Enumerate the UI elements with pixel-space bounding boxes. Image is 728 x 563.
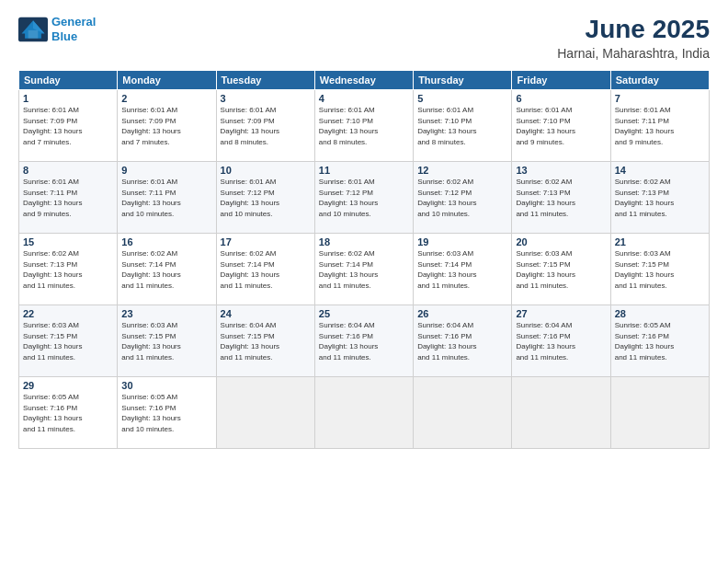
day-number: 15 [23,236,113,247]
day-info: Sunrise: 6:01 AM Sunset: 7:12 PM Dayligh… [221,177,311,219]
calendar-cell: 8Sunrise: 6:01 AM Sunset: 7:11 PM Daylig… [19,162,118,234]
weekday-header-tuesday: Tuesday [216,71,314,90]
calendar-week-1: 1Sunrise: 6:01 AM Sunset: 7:09 PM Daylig… [19,90,710,162]
header: General Blue June 2025 Harnai, Maharasht… [18,15,710,61]
logo: General Blue [18,15,96,43]
day-info: Sunrise: 6:01 AM Sunset: 7:10 PM Dayligh… [319,105,409,147]
day-info: Sunrise: 6:03 AM Sunset: 7:15 PM Dayligh… [615,248,705,291]
calendar-cell: 17Sunrise: 6:02 AM Sunset: 7:14 PM Dayli… [216,234,314,305]
day-info: Sunrise: 6:01 AM Sunset: 7:11 PM Dayligh… [615,105,705,147]
day-number: 21 [615,236,705,247]
day-number: 29 [23,380,113,391]
day-info: Sunrise: 6:01 AM Sunset: 7:09 PM Dayligh… [23,105,113,147]
logo-general: General [51,15,96,29]
calendar-cell [414,377,512,449]
day-info: Sunrise: 6:02 AM Sunset: 7:14 PM Dayligh… [121,248,211,291]
logo-icon [18,17,48,42]
day-number: 28 [615,308,705,319]
calendar-cell: 12Sunrise: 6:02 AM Sunset: 7:12 PM Dayli… [414,162,512,234]
day-info: Sunrise: 6:04 AM Sunset: 7:16 PM Dayligh… [417,320,507,362]
day-info: Sunrise: 6:02 AM Sunset: 7:13 PM Dayligh… [516,177,606,219]
day-number: 14 [615,165,705,176]
day-number: 30 [121,380,211,391]
calendar-header: SundayMondayTuesdayWednesdayThursdayFrid… [19,71,710,90]
weekday-header-friday: Friday [512,71,610,90]
calendar-cell: 26Sunrise: 6:04 AM Sunset: 7:16 PM Dayli… [414,305,512,377]
day-number: 2 [121,93,211,104]
calendar-cell: 6Sunrise: 6:01 AM Sunset: 7:10 PM Daylig… [512,90,610,162]
weekday-row: SundayMondayTuesdayWednesdayThursdayFrid… [19,71,710,90]
calendar-cell: 1Sunrise: 6:01 AM Sunset: 7:09 PM Daylig… [19,90,118,162]
calendar-cell: 16Sunrise: 6:02 AM Sunset: 7:14 PM Dayli… [118,234,216,305]
calendar-title: June 2025 [557,15,710,44]
calendar-cell: 28Sunrise: 6:05 AM Sunset: 7:16 PM Dayli… [610,305,709,377]
svg-rect-3 [28,29,39,38]
day-info: Sunrise: 6:05 AM Sunset: 7:16 PM Dayligh… [121,392,211,434]
weekday-header-saturday: Saturday [610,71,709,90]
day-info: Sunrise: 6:03 AM Sunset: 7:15 PM Dayligh… [121,320,211,362]
calendar-cell [216,377,314,449]
calendar-cell: 3Sunrise: 6:01 AM Sunset: 7:09 PM Daylig… [216,90,314,162]
calendar-cell: 15Sunrise: 6:02 AM Sunset: 7:13 PM Dayli… [19,234,118,305]
weekday-header-sunday: Sunday [19,71,118,90]
day-number: 7 [615,93,705,104]
day-number: 23 [121,308,211,319]
day-number: 6 [516,93,606,104]
page: General Blue June 2025 Harnai, Maharasht… [0,0,728,563]
day-info: Sunrise: 6:05 AM Sunset: 7:16 PM Dayligh… [23,392,113,434]
day-number: 16 [121,236,211,247]
day-info: Sunrise: 6:03 AM Sunset: 7:14 PM Dayligh… [417,248,507,291]
day-number: 27 [516,308,606,319]
day-number: 20 [516,236,606,247]
day-number: 9 [121,165,211,176]
calendar-cell: 29Sunrise: 6:05 AM Sunset: 7:16 PM Dayli… [19,377,118,449]
weekday-header-thursday: Thursday [414,71,512,90]
day-number: 26 [417,308,507,319]
calendar-cell: 5Sunrise: 6:01 AM Sunset: 7:10 PM Daylig… [414,90,512,162]
calendar-cell: 27Sunrise: 6:04 AM Sunset: 7:16 PM Dayli… [512,305,610,377]
day-info: Sunrise: 6:04 AM Sunset: 7:16 PM Dayligh… [319,320,409,362]
calendar-cell: 21Sunrise: 6:03 AM Sunset: 7:15 PM Dayli… [610,234,709,305]
calendar-cell: 14Sunrise: 6:02 AM Sunset: 7:13 PM Dayli… [610,162,709,234]
day-number: 17 [221,236,311,247]
day-number: 24 [221,308,311,319]
day-info: Sunrise: 6:01 AM Sunset: 7:09 PM Dayligh… [121,105,211,147]
calendar-week-2: 8Sunrise: 6:01 AM Sunset: 7:11 PM Daylig… [19,162,710,234]
day-info: Sunrise: 6:02 AM Sunset: 7:12 PM Dayligh… [417,177,507,219]
day-info: Sunrise: 6:03 AM Sunset: 7:15 PM Dayligh… [516,248,606,291]
day-info: Sunrise: 6:04 AM Sunset: 7:15 PM Dayligh… [221,320,311,362]
day-info: Sunrise: 6:01 AM Sunset: 7:10 PM Dayligh… [516,105,606,147]
calendar-cell: 10Sunrise: 6:01 AM Sunset: 7:12 PM Dayli… [216,162,314,234]
calendar-week-3: 15Sunrise: 6:02 AM Sunset: 7:13 PM Dayli… [19,234,710,305]
day-info: Sunrise: 6:04 AM Sunset: 7:16 PM Dayligh… [516,320,606,362]
day-number: 18 [319,236,409,247]
calendar-cell [512,377,610,449]
day-number: 5 [417,93,507,104]
day-number: 11 [319,165,409,176]
day-number: 1 [23,93,113,104]
day-number: 25 [319,308,409,319]
day-number: 12 [417,165,507,176]
day-info: Sunrise: 6:01 AM Sunset: 7:10 PM Dayligh… [417,105,507,147]
day-info: Sunrise: 6:02 AM Sunset: 7:14 PM Dayligh… [319,248,409,291]
day-number: 10 [221,165,311,176]
day-info: Sunrise: 6:03 AM Sunset: 7:15 PM Dayligh… [23,320,113,362]
calendar-week-4: 22Sunrise: 6:03 AM Sunset: 7:15 PM Dayli… [19,305,710,377]
calendar-cell: 20Sunrise: 6:03 AM Sunset: 7:15 PM Dayli… [512,234,610,305]
day-number: 19 [417,236,507,247]
weekday-header-wednesday: Wednesday [314,71,413,90]
day-info: Sunrise: 6:01 AM Sunset: 7:09 PM Dayligh… [221,105,311,147]
calendar-cell: 13Sunrise: 6:02 AM Sunset: 7:13 PM Dayli… [512,162,610,234]
day-info: Sunrise: 6:01 AM Sunset: 7:12 PM Dayligh… [319,177,409,219]
calendar-cell: 23Sunrise: 6:03 AM Sunset: 7:15 PM Dayli… [118,305,216,377]
calendar-cell: 7Sunrise: 6:01 AM Sunset: 7:11 PM Daylig… [610,90,709,162]
logo-blue: Blue [51,29,77,43]
logo-text: General Blue [51,15,96,43]
calendar-cell: 30Sunrise: 6:05 AM Sunset: 7:16 PM Dayli… [118,377,216,449]
day-info: Sunrise: 6:02 AM Sunset: 7:13 PM Dayligh… [615,177,705,219]
day-info: Sunrise: 6:01 AM Sunset: 7:11 PM Dayligh… [23,177,113,219]
calendar-cell [314,377,413,449]
calendar-cell: 22Sunrise: 6:03 AM Sunset: 7:15 PM Dayli… [19,305,118,377]
weekday-header-monday: Monday [118,71,216,90]
day-info: Sunrise: 6:02 AM Sunset: 7:13 PM Dayligh… [23,248,113,291]
